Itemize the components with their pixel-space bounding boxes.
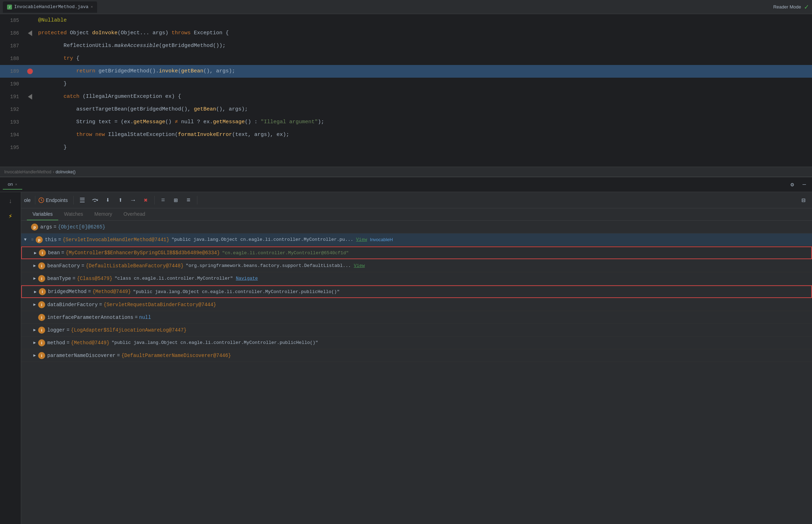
var-row-bridgedmethod[interactable]: ▶ i bridgedMethod = {Method@7449} "publi… xyxy=(21,285,812,298)
beantype-navigate-link[interactable]: Navigate xyxy=(236,276,258,281)
code-content-194: throw new IllegalStateException( formatI… xyxy=(35,129,812,141)
breakpoint-189[interactable] xyxy=(27,69,33,74)
step-out-button[interactable]: ⬆ xyxy=(115,195,126,206)
debugger-body: ↓ ⚡ ole Endpoints xyxy=(0,192,812,524)
run-to-cursor-button[interactable]: → xyxy=(127,195,139,206)
str-illegal-arg: "Illegal argument" xyxy=(261,116,318,129)
gutter-194 xyxy=(25,129,35,141)
expand-arrow-bridgedmethod: ▶ xyxy=(32,289,39,294)
debugger-main: ole Endpoints ☰ ⤼ ⬇ ⬆ xyxy=(21,192,812,524)
expand-arrow-this: ▼ xyxy=(24,237,31,242)
var-name-method: method xyxy=(47,340,65,346)
gutter-192 xyxy=(25,103,35,116)
var-row-this[interactable]: ▼ ≡ p this = {ServletInvocableHandlerMet… xyxy=(21,233,812,246)
brace-190: } xyxy=(38,78,67,90)
gutter-195 xyxy=(25,141,35,154)
var-val-logger: {LogAdapter$Slf4jLocationAwareLog@7447} xyxy=(71,327,187,333)
var-row-ipannotations[interactable]: i interfaceParameterAnnotations = null xyxy=(21,311,812,324)
var-row-beantype[interactable]: ▶ i beanType = {Class@5479} "class cn.ea… xyxy=(21,272,812,285)
tab-watches[interactable]: Watches xyxy=(58,208,89,220)
step-into-button[interactable]: ⬇ xyxy=(102,195,113,206)
breadcrumb-bar: InvocableHandlerMethod › doInvoke() xyxy=(0,167,812,177)
exception-186: Exception { xyxy=(191,27,229,40)
breadcrumb-sep: › xyxy=(53,169,54,174)
down-arrow-button[interactable]: ↓ xyxy=(4,195,17,208)
var-row-logger[interactable]: ▶ i logger = {LogAdapter$Slf4jLocationAw… xyxy=(21,324,812,337)
list-button[interactable]: ≡ xyxy=(183,195,194,206)
args-192: (), args); xyxy=(216,103,248,116)
drop-frame-button[interactable]: ✖ xyxy=(140,195,151,206)
code-content-189: return getBridgedMethod(). invoke ( getB… xyxy=(35,65,812,78)
gutter-188 xyxy=(25,52,35,65)
filter-button[interactable]: ⚡ xyxy=(4,210,17,222)
exception-194: IllegalStateException( xyxy=(105,129,178,141)
var-name-databinderfactory: dataBinderFactory xyxy=(47,302,98,308)
code-content-195: } xyxy=(35,141,812,154)
eval-button[interactable]: = xyxy=(157,195,169,206)
var-row-bean[interactable]: ▶ i bean = {MyController$$EnhancerBySpri… xyxy=(21,246,812,259)
var-val-this: {ServletInvocableHandlerMethod@7441} xyxy=(62,237,169,243)
debugger-toolbar: ole Endpoints ☰ ⤼ ⬇ ⬆ xyxy=(21,192,812,208)
tab-variables[interactable]: Variables xyxy=(27,208,58,220)
left-panel-strip: ↓ ⚡ xyxy=(0,192,21,524)
grid-button[interactable]: ⊞ xyxy=(170,195,181,206)
tab-close-button[interactable]: × xyxy=(91,5,93,9)
var-row-args[interactable]: p args = {Object[0]@6265} xyxy=(21,221,812,233)
reader-mode-checkmark: ✓ xyxy=(804,3,809,11)
var-row-databinderfactory[interactable]: ▶ i dataBinderFactory = {ServletRequestD… xyxy=(21,298,812,311)
expand-arrow-paramnamediscoverer: ▶ xyxy=(31,353,38,358)
method-getbean-192: getBean xyxy=(194,103,216,116)
line-number-195: 195 xyxy=(0,141,25,154)
line-number-192: 192 xyxy=(0,103,25,116)
debugger-tab-close[interactable]: × xyxy=(15,182,17,186)
tab-overhead[interactable]: Overhead xyxy=(118,208,151,220)
frame-list-button[interactable]: ☰ xyxy=(77,195,88,206)
gutter-191 xyxy=(25,90,35,103)
endpoints-group: Endpoints xyxy=(38,197,68,203)
var-eq-this: = xyxy=(58,237,61,243)
var-icon-bridgedmethod: i xyxy=(39,288,46,295)
panel-button[interactable]: ⊟ xyxy=(798,195,809,206)
var-icon-args: p xyxy=(31,224,38,231)
step-over-button[interactable]: ⤼ xyxy=(89,195,101,206)
var-row-paramnamediscoverer[interactable]: ▶ i parameterNameDiscoverer = {DefaultPa… xyxy=(21,349,812,362)
debugger-panel: on × ⚙ — ↓ ⚡ ole xyxy=(0,177,812,524)
file-tab[interactable]: J InvocableHandlerMethod.java × xyxy=(3,1,97,13)
beanfactory-view-link[interactable]: View xyxy=(354,263,365,268)
code-line-186: 186 protected Object doInvoke (Object...… xyxy=(0,27,812,40)
reader-mode-area: Reader Mode ✓ xyxy=(773,3,809,11)
this-view-link[interactable]: View xyxy=(356,237,367,242)
semi-193: ); xyxy=(318,116,324,129)
code-content-187: ReflectionUtils.makeAccessible(getBridge… xyxy=(35,40,812,52)
var-icon-bean: i xyxy=(39,249,46,256)
var-icon-method: i xyxy=(38,339,45,346)
var-icon-beanfactory: i xyxy=(38,262,45,269)
breadcrumb-class: InvocableHandlerMethod xyxy=(4,169,51,174)
var-eq-bean: = xyxy=(61,250,64,256)
minimize-button[interactable]: — xyxy=(799,180,809,190)
debugger-main-tab[interactable]: on × xyxy=(3,179,22,190)
var-row-beanfactory[interactable]: ▶ i beanFactory = {DefaultListableBeanFa… xyxy=(21,260,812,272)
kw-throw: throw xyxy=(38,129,92,141)
var-val-bean: {MyController$$EnhancerBySpringCGLIB$$d3… xyxy=(66,250,220,256)
get-bridged-189: getBridgedMethod(). xyxy=(95,65,159,78)
kw-try: try xyxy=(38,52,73,65)
java-file-icon: J xyxy=(7,5,12,10)
code-content-188: try { xyxy=(35,52,812,65)
var-name-this: this xyxy=(45,237,57,243)
settings-button[interactable]: ⚙ xyxy=(787,180,797,190)
var-row-method[interactable]: ▶ i method = {Method@7449} "public java.… xyxy=(21,337,812,349)
endpoints-label[interactable]: Endpoints xyxy=(46,197,68,203)
reader-mode-label: Reader Mode xyxy=(773,4,801,10)
tab-watches-label: Watches xyxy=(64,211,83,217)
gutter-189[interactable] xyxy=(25,65,35,78)
debugger-tab-bar: on × ⚙ — xyxy=(0,177,812,192)
expand-arrow-databinderfactory: ▶ xyxy=(31,302,38,307)
line-number-189: 189 xyxy=(0,65,25,78)
var-val-databinderfactory: {ServletRequestDataBinderFactory@7444} xyxy=(103,302,216,308)
console-label: ole xyxy=(24,197,31,203)
tab-memory[interactable]: Memory xyxy=(89,208,118,220)
expand-arrow-beanfactory: ▶ xyxy=(31,263,38,268)
var-val-bridgedmethod: {Method@7449} xyxy=(92,289,131,294)
var-name-logger: logger xyxy=(47,327,65,333)
